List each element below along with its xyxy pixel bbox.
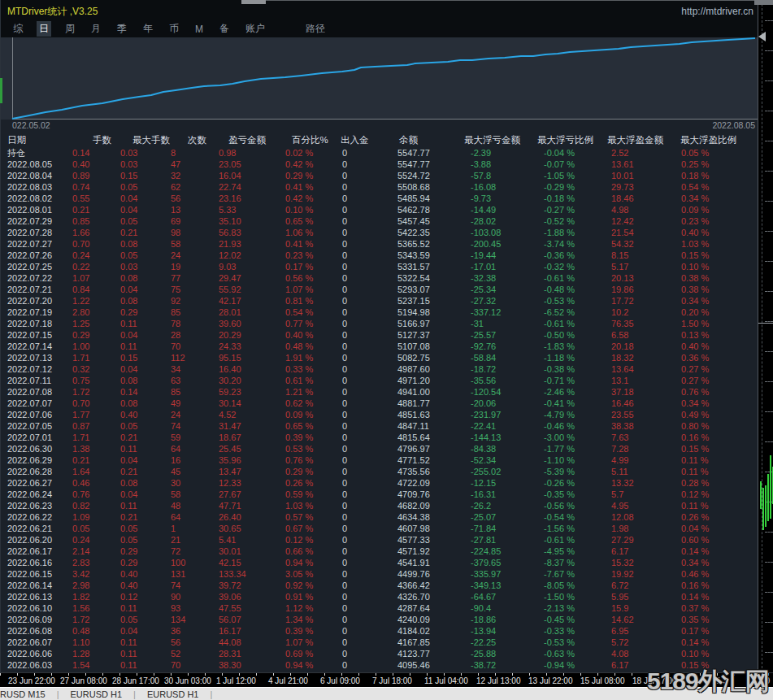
table-cell: 63 (170, 375, 215, 386)
table-cell: 0.05 (115, 181, 170, 193)
table-cell: 1.54 (69, 659, 115, 671)
table-cell: 2022.06.10 (1, 602, 69, 614)
table-cell: 0.12 % (677, 489, 758, 500)
chart-tab[interactable]: RUSD M15 (0, 689, 46, 699)
table-cell: 8 (170, 147, 215, 159)
table-cell: 35.96 (215, 454, 280, 466)
table-cell: 133.34 (215, 568, 280, 580)
table-cell: -379.65 (459, 557, 532, 568)
table-cell: 2022.06.29 (1, 454, 69, 466)
table-cell: 0.57 % (280, 511, 339, 523)
table-cell: 2022.07.18 (1, 318, 69, 329)
table-cell: 0 (339, 409, 389, 420)
table-cell: -5.39 % (532, 466, 607, 477)
table-row: 2022.06.162.830.2910042.150.94 %04541.91… (1, 557, 758, 568)
menu-item-9[interactable]: 备 (217, 21, 232, 37)
table-cell: 5127.37 (389, 329, 459, 341)
table-cell: 5.17 (607, 261, 677, 272)
table-cell: 4184.02 (389, 625, 459, 637)
table-cell: 13 (170, 204, 215, 215)
table-cell: 0.46 % (677, 568, 758, 580)
table-cell: 0.38 % (677, 284, 758, 295)
table-row: 2022.07.050.870.057431.470.65 %04847.11-… (1, 420, 758, 432)
table-cell: 49 (170, 398, 215, 409)
table-cell: -0.53 % (532, 637, 607, 648)
table-cell: 0.08 (115, 238, 170, 250)
table-cell: -27.81 (459, 534, 532, 546)
menu-item-3[interactable]: 周 (63, 21, 77, 37)
menu-item-8[interactable]: M (193, 23, 206, 36)
table-row: 2022.07.221.070.087729.470.56 %05322.54-… (1, 272, 758, 284)
table-cell: 5.72 (607, 637, 677, 648)
table-cell: 0 (339, 250, 389, 261)
menu-item-2[interactable]: 日 (37, 21, 51, 37)
menu-item-10[interactable]: 账户 (243, 21, 267, 37)
table-cell: 30.20 (215, 375, 280, 386)
table-cell: 0.14 (115, 386, 170, 398)
table-cell: 0.14 (69, 147, 115, 159)
time-axis-label: 4 Jul 21:00 (268, 676, 308, 685)
table-cell: 0.25 % (677, 159, 758, 170)
table-cell: 2022.06.30 (1, 443, 69, 454)
menu-item-7[interactable]: 币 (167, 21, 181, 37)
table-cell: -231.97 (459, 409, 532, 420)
chart-tab[interactable]: EURUSD H1 (147, 689, 199, 699)
chart-tab[interactable]: EURUSD H1 (70, 689, 122, 699)
menu-item-5[interactable]: 季 (115, 21, 129, 37)
menu-item-6[interactable]: 年 (141, 21, 155, 37)
table-cell: 38.30 (215, 659, 280, 671)
table-cell: 5.11 (607, 466, 677, 477)
table-body: 持仓0.140.0380.980.02 %05547.77-2.39-0.04 … (1, 147, 758, 672)
table-cell: -26.2 (459, 500, 532, 511)
table-cell: 19 (170, 261, 215, 272)
table-cell: -31 (459, 318, 532, 329)
table-cell: 2022.07.15 (1, 329, 69, 341)
mtdriver-link[interactable]: http://mtdriver.cn (681, 6, 753, 17)
table-cell: 0.98 (215, 147, 280, 159)
table-row: 2022.07.290.850.056935.100.65 %05457.45-… (1, 215, 758, 227)
table-cell: -0.29 % (532, 181, 607, 193)
table-cell: 0.29 (115, 557, 170, 568)
table-cell: -3.00 % (532, 432, 607, 443)
table-cell: 0.04 (115, 284, 170, 295)
table-cell: 0.05 % (677, 147, 758, 159)
table-cell: 0 (339, 511, 389, 523)
table-cell: 4771.52 (389, 454, 459, 466)
table-cell: 0 (339, 181, 389, 193)
table-cell: 4987.60 (389, 363, 459, 375)
table-header-row: 日期手数最大手数次数盈亏金额百分比%出入金余额最大浮亏金额最大浮亏比例最大浮盈金… (1, 133, 758, 147)
table-cell: 2022.08.04 (1, 170, 69, 181)
menu-item-11[interactable]: 路径 (303, 21, 328, 37)
table-cell: 5237.15 (389, 295, 459, 307)
table-cell: 14.62 (607, 614, 677, 625)
table-cell: 0 (339, 568, 389, 580)
table-cell: 2022.07.13 (1, 352, 69, 363)
table-cell: 0 (339, 580, 389, 591)
table-cell: 0.03 (115, 147, 170, 159)
table-cell: 0.70 (69, 398, 115, 409)
table-cell: 0.08 (115, 375, 170, 386)
menu-item-4[interactable]: 月 (89, 21, 103, 37)
grid-dash (765, 411, 773, 412)
table-cell: 0.65 % (280, 215, 339, 227)
tab-separator: | (211, 689, 213, 699)
table-cell: 0.24 (69, 250, 115, 261)
table-cell: 2022.07.06 (1, 409, 69, 420)
table-row: 2022.07.201.220.089242.170.81 %05237.15-… (1, 295, 758, 307)
table-cell: -0.38 % (532, 363, 607, 375)
table-cell: 2022.07.22 (1, 272, 69, 284)
table-cell: 2.83 (69, 557, 115, 568)
table-row: 2022.06.153.420.40131133.343.05 %04499.7… (1, 568, 758, 580)
table-cell: 56 (170, 637, 215, 648)
table-cell: 0.10 % (280, 204, 339, 215)
table-cell: -1.18 % (532, 352, 607, 363)
table-cell: 0.76 (69, 489, 115, 500)
table-row: 2022.06.142.980.407439.720.92 %04366.42-… (1, 580, 758, 591)
table-cell: 0.11 % (677, 454, 758, 466)
menu-item-1[interactable]: 综 (11, 21, 25, 37)
table-cell: 4634.38 (389, 511, 459, 523)
table-cell: 34 (170, 363, 215, 375)
table-cell: 64 (170, 443, 215, 454)
table-row: 2022.06.221.090.216426.400.57 %04634.38-… (1, 511, 758, 523)
table-cell: 64 (170, 511, 215, 523)
